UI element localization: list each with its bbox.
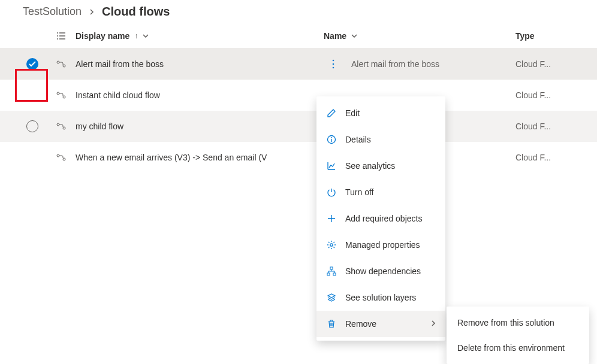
svg-point-3 (333, 63, 334, 65)
menu-item-edit[interactable]: Edit (316, 100, 445, 126)
gear-icon (326, 239, 337, 250)
display-name: Instant child cloud flow (76, 90, 160, 100)
tree-icon (326, 266, 337, 277)
menu-item-solution-layers[interactable]: See solution layers (316, 284, 445, 311)
chart-icon (326, 160, 337, 171)
svg-point-6 (63, 96, 65, 98)
svg-point-4 (333, 67, 334, 69)
svg-point-8 (63, 127, 65, 129)
row-checkbox[interactable] (26, 120, 38, 132)
type-cell: Cloud F... (515, 122, 551, 131)
name-cell: Alert mail from the boss (351, 59, 439, 69)
submenu-delete-from-environment[interactable]: Delete from this environment (447, 335, 589, 360)
pencil-icon (326, 108, 337, 119)
chevron-down-icon (351, 32, 357, 39)
menu-item-dependencies[interactable]: Show dependencies (316, 258, 445, 284)
table-row[interactable]: Alert mail from the boss Alert mail from… (0, 48, 597, 80)
menu-item-managed-properties[interactable]: Managed properties (316, 232, 445, 258)
menu-item-details[interactable]: Details (316, 126, 445, 153)
menu-item-analytics[interactable]: See analytics (316, 153, 445, 179)
chevron-down-icon (143, 32, 149, 39)
type-cell: Cloud F... (515, 90, 551, 100)
type-cell: Cloud F... (515, 153, 551, 162)
breadcrumb-current: Cloud flows (102, 5, 170, 19)
svg-rect-15 (327, 273, 330, 275)
column-display-name[interactable]: Display name ↑ (76, 31, 324, 41)
power-icon (326, 187, 337, 198)
sort-ascending-icon: ↑ (134, 32, 138, 40)
svg-point-1 (63, 65, 65, 67)
svg-point-5 (57, 92, 59, 95)
info-icon (326, 134, 337, 145)
flow-icon (47, 92, 76, 99)
svg-rect-16 (333, 273, 336, 275)
trash-icon (326, 318, 337, 329)
menu-item-add-objects[interactable]: Add required objects (316, 205, 445, 232)
remove-submenu: Remove from this solution Delete from th… (447, 307, 589, 364)
layers-icon (326, 292, 337, 303)
svg-point-7 (57, 123, 59, 126)
display-name: When a new email arrives (V3) -> Send an… (76, 153, 267, 162)
table-header: Display name ↑ Name Type (0, 23, 597, 48)
column-name[interactable]: Name (324, 31, 515, 41)
menu-item-turn-off[interactable]: Turn off (316, 179, 445, 205)
chevron-right-icon (89, 7, 95, 17)
more-actions-button[interactable] (324, 54, 343, 74)
row-checkbox[interactable] (26, 58, 38, 70)
svg-point-2 (333, 60, 334, 62)
flow-icon (47, 154, 76, 161)
submenu-remove-from-solution[interactable]: Remove from this solution (447, 310, 589, 335)
svg-rect-14 (330, 267, 333, 269)
table-row[interactable]: When a new email arrives (V3) -> Send an… (0, 142, 597, 173)
plus-icon (326, 213, 337, 224)
display-name: my child flow (76, 122, 123, 131)
type-cell: Cloud F... (515, 59, 551, 69)
flow-icon (47, 123, 76, 130)
menu-item-remove[interactable]: Remove (316, 311, 445, 337)
table-row[interactable]: my child flow Cloud F... (0, 111, 597, 142)
table-row[interactable]: Instant child cloud flow Cloud F... (0, 80, 597, 111)
flow-icon (47, 60, 76, 68)
svg-point-0 (57, 61, 59, 63)
svg-point-9 (57, 154, 59, 157)
svg-point-10 (63, 158, 65, 160)
svg-point-12 (331, 137, 332, 138)
column-type[interactable]: Type (515, 31, 587, 41)
breadcrumb: TestSolution Cloud flows (0, 0, 597, 23)
context-menu: Edit Details See analytics Turn off Add … (316, 96, 445, 341)
list-icon[interactable] (47, 32, 76, 40)
breadcrumb-parent[interactable]: TestSolution (23, 5, 82, 18)
display-name: Alert mail from the boss (76, 59, 164, 69)
svg-point-13 (330, 244, 333, 246)
flows-table: Display name ↑ Name Type Alert mail from… (0, 23, 597, 173)
chevron-right-icon (431, 320, 436, 328)
